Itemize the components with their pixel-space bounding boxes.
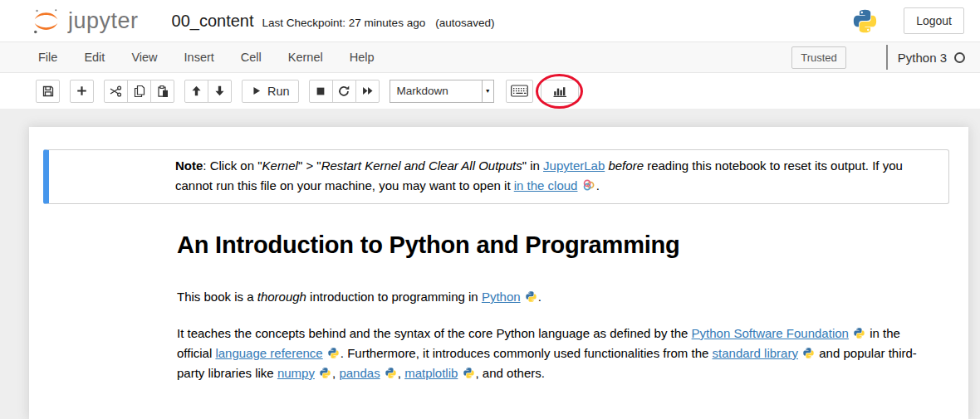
jupyter-notebook-app: jupyter 00_content Last Checkpoint: 27 m… — [0, 0, 980, 419]
text-segment: It teaches the concepts behind and the s… — [177, 326, 692, 340]
kernel-idle-icon — [954, 52, 965, 63]
menubar-right: Trusted Python 3 — [791, 45, 965, 70]
text-segment — [798, 346, 801, 360]
checkpoint-status: Last Checkpoint: 27 minutes ago — [262, 17, 426, 29]
text-segment — [577, 178, 581, 192]
copy-cells-button[interactable] — [127, 80, 151, 103]
add-cell-below-icon — [76, 85, 88, 97]
python-icon — [463, 367, 475, 379]
move-cell-up-icon — [190, 85, 203, 97]
content-link[interactable]: matplotlib — [404, 366, 458, 380]
paste-cells-button[interactable] — [150, 80, 174, 103]
copy-cells-icon — [133, 85, 146, 98]
menu-list: File Edit View Insert Cell Kernel Help — [25, 46, 388, 68]
menu-edit[interactable]: Edit — [71, 46, 118, 68]
paste-cells-icon — [156, 85, 169, 98]
restart-run-all-icon — [361, 85, 374, 97]
text-segment: " in — [522, 158, 543, 173]
text-segment: . Furthermore, it introduces commonly us… — [341, 346, 713, 360]
text-segment: introduction to programming in — [306, 290, 482, 304]
menu-bar: File Edit View Insert Cell Kernel Help T… — [0, 41, 980, 73]
python-icon — [802, 347, 815, 359]
text-segment: Note — [175, 158, 203, 173]
notebook-container: Note: Click on "Kernel" > "Restart Kerne… — [29, 127, 968, 419]
save-button[interactable] — [36, 80, 60, 103]
trusted-badge[interactable]: Trusted — [791, 46, 846, 69]
cell-type-selected: Markdown — [390, 80, 482, 102]
kernel-name: Python 3 — [898, 51, 947, 65]
interrupt-kernel-icon — [315, 85, 326, 97]
python-icon — [525, 290, 537, 303]
paragraph-details: It teaches the concepts behind and the s… — [177, 324, 930, 383]
content-link[interactable]: Python Software Foundation — [692, 326, 849, 340]
chart-button-area — [541, 80, 579, 103]
cut-cells-icon — [109, 85, 123, 98]
dropdown-arrow-icon[interactable]: ▼ — [482, 80, 493, 102]
notebook-title[interactable]: 00_content — [172, 12, 254, 31]
kernel-divider — [886, 45, 888, 70]
run-icon — [251, 85, 262, 96]
content-link[interactable]: in the cloud — [514, 178, 578, 192]
content-link[interactable]: pandas — [339, 366, 380, 380]
python-icon — [853, 327, 865, 339]
restart-kernel-button[interactable] — [332, 80, 356, 103]
python-icon — [319, 367, 331, 379]
keyboard-icon — [511, 85, 528, 97]
move-cell-down-button[interactable] — [208, 80, 232, 103]
menu-view[interactable]: View — [118, 46, 170, 68]
text-segment — [849, 326, 852, 340]
jupyter-logo-icon — [32, 7, 61, 36]
content-link[interactable]: JupyterLab — [543, 158, 605, 173]
restart-run-all-button[interactable] — [355, 80, 380, 103]
content-link[interactable]: language reference — [215, 346, 322, 360]
notebook-area: Note: Click on "Kernel" > "Restart Kerne… — [0, 109, 980, 419]
jupyter-logo[interactable]: jupyter — [32, 7, 139, 36]
text-segment: , and others. — [476, 366, 545, 380]
text-segment: " > " — [298, 158, 321, 173]
text-segment: . — [596, 178, 600, 192]
python-icon — [327, 347, 340, 359]
autosave-status: (autosaved) — [435, 17, 494, 29]
menu-file[interactable]: File — [25, 46, 71, 68]
menu-help[interactable]: Help — [336, 46, 388, 68]
text-segment: : Click on " — [203, 158, 262, 173]
logout-button[interactable]: Logout — [904, 7, 964, 34]
content-link[interactable]: Python — [482, 290, 521, 304]
text-segment: , — [398, 366, 404, 380]
text-segment — [458, 366, 461, 380]
cut-cells-button[interactable] — [104, 80, 128, 103]
page-title: An Introduction to Python and Programmin… — [177, 231, 930, 259]
bar-chart-icon — [552, 85, 567, 98]
move-cell-up-button[interactable] — [184, 80, 208, 103]
restart-kernel-icon — [337, 85, 350, 98]
add-cell-below-button[interactable] — [70, 80, 94, 103]
binder-icon — [582, 178, 595, 192]
content-link[interactable]: numpy — [277, 366, 315, 380]
command-palette-button[interactable] — [506, 80, 533, 103]
save-icon — [42, 85, 55, 98]
header-right: Logout — [851, 7, 964, 35]
jupyter-logo-text: jupyter — [68, 8, 139, 34]
text-segment: This book is a — [177, 290, 257, 304]
note-callout: Note: Click on "Kernel" > "Restart Kerne… — [43, 149, 949, 204]
text-segment — [315, 366, 318, 380]
menu-cell[interactable]: Cell — [228, 46, 275, 68]
python-logo-icon — [851, 7, 879, 35]
paragraph-intro: This book is a thorough introduction to … — [177, 287, 930, 307]
content-link[interactable]: standard library — [713, 346, 798, 360]
interrupt-kernel-button[interactable] — [309, 80, 333, 103]
text-segment — [521, 290, 524, 304]
menu-kernel[interactable]: Kernel — [275, 46, 336, 68]
toolbar: Run — [0, 73, 980, 109]
menu-insert[interactable]: Insert — [171, 46, 228, 68]
run-button[interactable]: Run — [242, 80, 299, 103]
text-segment: before — [608, 158, 644, 173]
move-cell-down-icon — [213, 85, 226, 97]
cell-type-select[interactable]: Markdown ▼ — [390, 80, 494, 103]
text-segment — [380, 366, 384, 380]
text-segment: . — [538, 290, 541, 304]
text-segment: thorough — [257, 290, 306, 304]
bar-chart-button[interactable] — [541, 80, 579, 103]
python-icon — [385, 367, 397, 379]
title-area: 00_content Last Checkpoint: 27 minutes a… — [172, 12, 495, 31]
